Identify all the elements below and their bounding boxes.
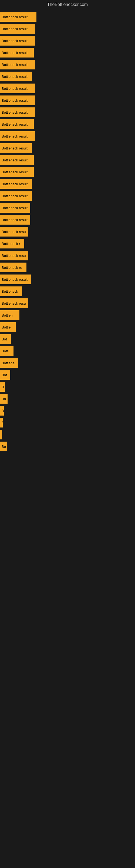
bottleneck-bar: Bottleneck result bbox=[0, 48, 34, 58]
bottleneck-bar: Bottleneck result bbox=[0, 12, 37, 22]
bar-row: Bottleneck resu bbox=[0, 227, 135, 237]
bottleneck-bar: Bottleneck result bbox=[0, 84, 35, 93]
bar-row: Bottleneck result bbox=[0, 275, 135, 284]
bar-row: Bottleneck result bbox=[0, 84, 135, 93]
bottleneck-bar: Bottleneck result bbox=[0, 131, 35, 141]
bottleneck-bar: Bottleneck result bbox=[0, 24, 35, 34]
bottleneck-bar: B bbox=[0, 418, 3, 428]
bottleneck-bar: Bottleneck result bbox=[0, 60, 35, 69]
bottleneck-bar: Bottleneck result bbox=[0, 167, 34, 177]
bars-container: Bottleneck resultBottleneck resultBottle… bbox=[0, 9, 135, 456]
bottleneck-bar: Bottleneck result bbox=[0, 215, 30, 225]
bar-row: Bottleneck result bbox=[0, 119, 135, 129]
bar-row: Bottl bbox=[0, 346, 135, 356]
bottleneck-bar: Bottleneck result bbox=[0, 72, 32, 82]
bar-row: Bottleneck result bbox=[0, 191, 135, 201]
bar-row: Bottleneck result bbox=[0, 179, 135, 189]
bar-row: Bottleneck result bbox=[0, 95, 135, 105]
site-title: TheBottlenecker.com bbox=[0, 0, 135, 9]
bottleneck-bar: Bottleneck result bbox=[0, 179, 32, 189]
bar-row: Bottleneck result bbox=[0, 48, 135, 58]
bar-row: B bbox=[0, 382, 135, 392]
bottleneck-bar: Bottleneck result bbox=[0, 275, 31, 284]
bar-row: Bottleneck result bbox=[0, 155, 135, 165]
bar-row: Bottlen bbox=[0, 310, 135, 320]
bottleneck-bar: Bottleneck result bbox=[0, 203, 30, 213]
bottleneck-bar: Bottleneck result bbox=[0, 119, 34, 129]
bottleneck-bar bbox=[0, 430, 2, 439]
bar-row: Bottleneck bbox=[0, 286, 135, 296]
bar-row: Bottleneck re bbox=[0, 262, 135, 272]
bottleneck-bar: Bot bbox=[0, 334, 11, 344]
bottleneck-bar: Bottleneck resu bbox=[0, 299, 28, 308]
bar-row: B bbox=[0, 406, 135, 415]
bar-row: Bottleneck result bbox=[0, 12, 135, 22]
bar-row: Bottleneck result bbox=[0, 107, 135, 117]
bottleneck-bar: Bottleneck result bbox=[0, 191, 32, 201]
bar-row: Bottleneck result bbox=[0, 60, 135, 69]
bottleneck-bar: Bottleneck re bbox=[0, 262, 27, 272]
bar-row: Bottleneck resu bbox=[0, 251, 135, 260]
bottleneck-bar: Bottl bbox=[0, 346, 13, 356]
bar-row: Bottleneck result bbox=[0, 36, 135, 45]
bottleneck-bar: Bottleneck result bbox=[0, 107, 35, 117]
bar-row: Bo bbox=[0, 442, 135, 452]
bar-row: Bottleneck result bbox=[0, 143, 135, 153]
bottleneck-bar: Bottleneck result bbox=[0, 143, 32, 153]
bottleneck-bar: Bottleneck r bbox=[0, 239, 24, 248]
bottleneck-bar: Bottlene bbox=[0, 358, 18, 368]
bottleneck-bar: Bottlen bbox=[0, 310, 19, 320]
bar-row: Bottle bbox=[0, 322, 135, 332]
bottleneck-bar: B bbox=[0, 406, 4, 415]
bar-row: Bottleneck resu bbox=[0, 299, 135, 308]
bottleneck-bar: Bo bbox=[0, 442, 7, 452]
bottleneck-bar: Bottleneck resu bbox=[0, 227, 28, 237]
bar-row: Bottleneck result bbox=[0, 215, 135, 225]
bar-row: Bottlene bbox=[0, 358, 135, 368]
bar-row: Bot bbox=[0, 334, 135, 344]
bar-row: B bbox=[0, 418, 135, 428]
bar-row: Bottleneck result bbox=[0, 72, 135, 82]
bottleneck-bar: Bo bbox=[0, 394, 8, 404]
bottleneck-bar: Bottleneck result bbox=[0, 95, 35, 105]
bottleneck-bar: Bot bbox=[0, 370, 10, 380]
bottleneck-bar: Bottleneck bbox=[0, 286, 22, 296]
bottleneck-bar: Bottleneck resu bbox=[0, 251, 28, 260]
bottleneck-bar: B bbox=[0, 382, 5, 392]
bar-row: Bo bbox=[0, 394, 135, 404]
bottleneck-bar: Bottleneck result bbox=[0, 36, 35, 45]
bottleneck-bar: Bottle bbox=[0, 322, 16, 332]
bar-row: Bottleneck result bbox=[0, 24, 135, 34]
bar-row: Bottleneck result bbox=[0, 167, 135, 177]
bottleneck-bar: Bottleneck result bbox=[0, 155, 34, 165]
bar-row: Bottleneck r bbox=[0, 239, 135, 248]
bar-row: Bottleneck result bbox=[0, 131, 135, 141]
bar-row: Bot bbox=[0, 370, 135, 380]
bar-row: Bottleneck result bbox=[0, 203, 135, 213]
bar-row bbox=[0, 430, 135, 439]
